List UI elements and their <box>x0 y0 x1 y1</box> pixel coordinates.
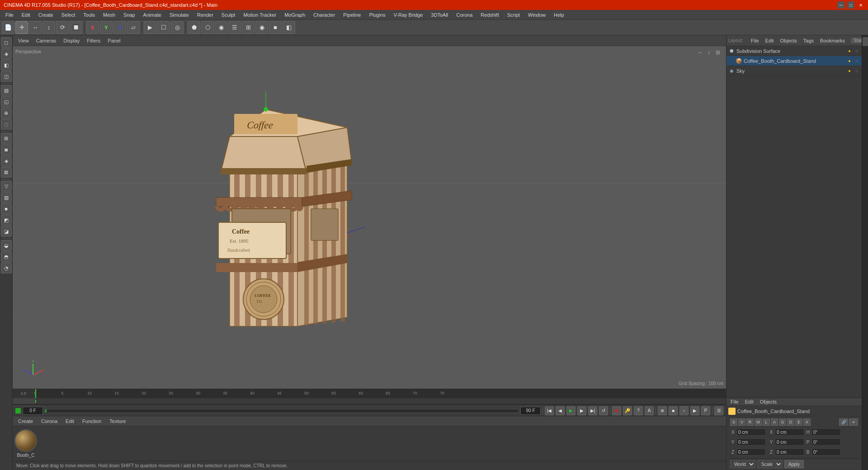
menu-redshift[interactable]: Redshift <box>477 11 502 19</box>
material-obj[interactable]: ◧ <box>283 21 295 34</box>
attr-icon-a[interactable]: A <box>771 418 778 426</box>
attr-icon-m[interactable]: M <box>755 418 762 426</box>
attr-file-menu[interactable]: File <box>728 398 741 405</box>
menu-v-ray-bridge[interactable]: V-Ray Bridge <box>390 11 427 19</box>
p-input[interactable] <box>811 438 841 446</box>
viewport-3d[interactable]: Coffee Coffee Est. 1895 Handcrafted <box>13 46 726 389</box>
tool9[interactable]: ▽ <box>1 181 12 192</box>
window-controls[interactable]: ─ □ ✕ <box>837 1 864 9</box>
end-frame-input[interactable] <box>520 407 541 415</box>
vis-icon-6[interactable]: ○ <box>854 68 860 74</box>
texture-menu[interactable]: Texture <box>107 418 128 425</box>
menu-snap[interactable]: Snap <box>120 11 139 19</box>
tool14[interactable]: ◒ <box>1 240 12 251</box>
attr-icon-r[interactable]: R <box>746 418 754 426</box>
mesh-mode[interactable]: ◈ <box>1 48 12 59</box>
menu-corona[interactable]: Corona <box>453 11 476 19</box>
z-axis[interactable]: Z <box>113 21 126 34</box>
keyframe-play[interactable]: ▶ <box>690 406 699 415</box>
keyframe-p[interactable]: P <box>701 406 710 415</box>
start-frame-input[interactable] <box>23 407 43 415</box>
y-pos-input[interactable] <box>736 438 766 446</box>
menu-mograph[interactable]: MoGraph <box>281 11 309 19</box>
tool10[interactable]: ▨ <box>1 192 12 203</box>
rotate-tool[interactable]: ⟳ <box>56 21 69 34</box>
obj-objects-menu[interactable]: Objects <box>778 37 799 44</box>
scale-dropdown[interactable]: Scale <box>757 460 783 468</box>
menu-motion-tracker[interactable]: Motion Tracker <box>240 11 280 19</box>
y-rot-input[interactable] <box>775 438 804 446</box>
keyframe-circle[interactable]: ○ <box>679 406 689 415</box>
y-axis[interactable]: Y <box>100 21 113 34</box>
tool16[interactable]: ◔ <box>1 263 12 273</box>
render-region[interactable]: ◎ <box>171 21 184 34</box>
apply-button[interactable]: Apply <box>784 460 804 468</box>
menu-create[interactable]: Create <box>35 11 57 19</box>
corona-menu[interactable]: Corona <box>38 418 60 425</box>
menu-select[interactable]: Select <box>58 11 79 19</box>
viewport-icon-2[interactable]: ↕ <box>705 49 712 56</box>
attr-more-icons[interactable]: ≡ <box>849 418 858 426</box>
viewport-icon-3[interactable]: ⊞ <box>714 49 722 56</box>
x-rot-input[interactable] <box>775 428 804 436</box>
tool2[interactable]: ◱ <box>1 96 12 107</box>
obj-tags-menu[interactable]: Tags <box>801 37 816 44</box>
render-view[interactable]: ▶ <box>144 21 156 34</box>
scale-tool[interactable]: ↕ <box>42 21 55 34</box>
move-tool[interactable]: ↔ <box>29 21 42 34</box>
menu-tools[interactable]: Tools <box>80 11 99 19</box>
b-input[interactable] <box>811 448 841 456</box>
keyframe-del[interactable]: ■ <box>669 406 678 415</box>
menu-script[interactable]: Script <box>504 11 524 19</box>
tool13[interactable]: ◪ <box>1 226 12 237</box>
light-obj[interactable]: ◉ <box>255 21 268 34</box>
loop-button[interactable]: ↺ <box>599 406 608 415</box>
edit-menu[interactable]: Edit <box>63 418 77 425</box>
menu-plugins[interactable]: Plugins <box>365 11 389 19</box>
select-tool[interactable]: 🔲 <box>70 21 82 34</box>
attr-objects-menu[interactable]: Objects <box>758 398 779 405</box>
model-mode[interactable]: ◻ <box>1 37 12 48</box>
tool11[interactable]: ■ <box>1 203 12 214</box>
display-menu[interactable]: Display <box>61 37 82 44</box>
obj-bookmarks-menu[interactable]: Bookmarks <box>818 37 847 44</box>
create-menu[interactable]: Create <box>15 418 36 425</box>
menu-render[interactable]: Render <box>193 11 217 19</box>
tool4[interactable]: ◌ <box>1 119 12 130</box>
auto-key-button[interactable]: A <box>645 406 654 415</box>
scene-obj[interactable]: ■ <box>269 21 282 34</box>
tool6[interactable]: ◙ <box>1 144 12 155</box>
goto-end-button[interactable]: ▶| <box>588 406 597 415</box>
menu-window[interactable]: Window <box>524 11 549 19</box>
attr-icon-d[interactable]: D <box>787 418 794 426</box>
menu-sculpt[interactable]: Sculpt <box>218 11 239 19</box>
world-dropdown[interactable]: World <box>730 460 755 468</box>
spline-obj[interactable]: ⬡ <box>201 21 214 34</box>
viewport-icon-1[interactable]: ↔ <box>696 49 703 56</box>
z-pos-input[interactable] <box>736 448 766 456</box>
vis-icon-3[interactable]: ● <box>846 58 853 64</box>
tool8[interactable]: ⊠ <box>1 167 12 178</box>
maximize-button[interactable]: □ <box>847 1 854 9</box>
function-menu[interactable]: Function <box>80 418 104 425</box>
poly-mode[interactable]: ◫ <box>1 71 12 82</box>
goto-start-button[interactable]: |◀ <box>545 406 554 415</box>
panel-menu[interactable]: Panel <box>105 37 123 44</box>
material-preview[interactable] <box>14 429 37 452</box>
deformer-obj[interactable]: ☰ <box>228 21 241 34</box>
motion-button[interactable]: ? <box>634 406 643 415</box>
attr-edit-menu[interactable]: Edit <box>743 398 756 405</box>
obj-row-sky[interactable]: ◉ Sky ● ○ <box>726 66 862 76</box>
z-rot-input[interactable] <box>775 448 804 456</box>
tool5[interactable]: ⊞ <box>1 133 12 144</box>
attr-link-icon[interactable]: 🔗 <box>839 418 848 426</box>
h-input[interactable] <box>811 428 841 436</box>
step-back-button[interactable]: ◀ <box>556 406 565 415</box>
keyframe-add[interactable]: ⊕ <box>658 406 667 415</box>
vis-icon-5[interactable]: ● <box>846 68 853 74</box>
settings-btn[interactable]: ☰ <box>714 406 723 415</box>
obj-file-menu[interactable]: File <box>749 37 761 44</box>
timeline-track[interactable] <box>13 398 726 404</box>
polygon-obj[interactable]: ⬟ <box>188 21 200 34</box>
key-button[interactable]: 🔑 <box>623 406 632 415</box>
